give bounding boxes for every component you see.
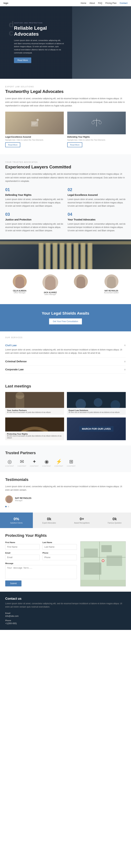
pillar-3 xyxy=(53,243,58,269)
dot-0[interactable] xyxy=(5,506,7,507)
contact-title: Contact us xyxy=(5,597,126,600)
nav-home[interactable]: Home xyxy=(81,2,86,4)
hero-cta-button[interactable]: Read More xyxy=(14,58,31,63)
service-criminal-defense-header[interactable]: Criminal Defense ∨ xyxy=(5,360,126,363)
avatar-2 xyxy=(74,274,88,288)
stat-num-1: 0k xyxy=(35,517,64,521)
phone-label: Phone xyxy=(42,552,77,554)
service-corporate-law-header[interactable]: Corporate Law ∨ xyxy=(5,368,126,371)
hero-content: JUSTICE AND PROTECTION dc Reliable Legal… xyxy=(7,17,71,68)
service-corporate-law-name: Corporate Law xyxy=(5,368,24,371)
testimonials-title: Testimonials xyxy=(5,477,126,482)
phone-input[interactable] xyxy=(42,555,77,560)
trust-card-1-sample: Sample text. Click to select the Text El… xyxy=(5,139,64,141)
form-group-email: Email xyxy=(5,552,40,560)
svg-rect-22 xyxy=(84,562,101,575)
svg-point-6 xyxy=(92,121,95,124)
pillar-7 xyxy=(80,243,86,269)
svg-rect-20 xyxy=(101,545,112,552)
map-svg xyxy=(80,541,126,580)
meeting-card-1-desc: At vero eos et accusam et justo dolores … xyxy=(69,411,124,413)
nav-logo: logo xyxy=(3,2,8,4)
meeting-card-3-title-overlay: MARCH FOR OUR LIVES xyxy=(79,426,113,432)
partners-title: Trusted Partners xyxy=(5,451,126,455)
hero-title: Reliable Legal Advocates xyxy=(14,25,64,37)
nav-contact[interactable]: Contact xyxy=(120,2,128,4)
contact-email-val: info@site.com xyxy=(5,615,126,617)
trust-card-img-1 xyxy=(5,112,64,134)
lawyer-desc-0: Lorem ipsum dolor sit amet, consectetur … xyxy=(5,198,63,208)
partners-section: Trusted Partners ◎ CONTENT ✉ CONTENT ✦ C… xyxy=(0,445,131,472)
meeting-overlay-2: Protecting Your Rights At vero eos et ac… xyxy=(5,431,64,440)
criminal-defense-chevron-icon: ∨ xyxy=(124,360,126,363)
service-civil-law-desc: Lorem ipsum dolor sit amet, consectetur … xyxy=(5,348,126,355)
form-content: First Name Last Name Email Phone xyxy=(5,541,126,586)
trust-card-2-cta[interactable]: Read More xyxy=(67,143,82,147)
shield-cta-button[interactable]: Get Your Free Consultation xyxy=(49,318,82,324)
lastname-input[interactable] xyxy=(42,544,77,550)
trustworthy-label: EXPERT LAW SOLUTIONS xyxy=(5,86,126,88)
trust-card-2-label: Defending Your Rights xyxy=(67,136,126,138)
dot-1[interactable] xyxy=(8,506,9,507)
trust-card-1: Legal Excellence Assured Sample text. Cl… xyxy=(5,112,64,147)
service-civil-law: Civil Law ∧ Lorem ipsum dolor sit amet, … xyxy=(5,341,126,358)
stat-label-3: Famous Question xyxy=(100,522,129,524)
lawyer-title-3: Your Trusted Advocates xyxy=(68,218,126,221)
trust-card-img-2 xyxy=(67,112,126,134)
avatar-0 xyxy=(13,274,27,288)
trust-card-1-label: Legal Excellence Assured xyxy=(5,136,64,138)
svg-rect-0 xyxy=(31,121,38,126)
partner-label-4: CONTENT xyxy=(55,465,63,467)
firstname-label: First Name xyxy=(5,541,40,544)
lawyer-title-1: Legal Excellence Assured xyxy=(68,193,126,196)
trust-card-1-cta[interactable]: Read More xyxy=(5,143,20,147)
nav-about[interactable]: About xyxy=(90,2,95,4)
hero-section: JUSTICE AND PROTECTION dc Reliable Legal… xyxy=(0,6,131,79)
civil-law-chevron-icon: ∧ xyxy=(124,344,126,347)
stat-3: 0k Famous Question xyxy=(98,513,131,528)
shield-title: Your Legal Shields Awaits xyxy=(5,311,126,316)
team-member-0-role: Office Manager xyxy=(6,292,33,293)
experienced-desc: Lorem ipsum dolor sit amet, consectetur … xyxy=(5,172,126,183)
team-grid: CELIA ALMEIDA Office Manager JACK ALVARE… xyxy=(5,273,126,297)
message-textarea[interactable] xyxy=(5,565,77,579)
contact-phone-label: Phone xyxy=(5,619,126,622)
partner-label-5: CONTENT xyxy=(67,465,76,467)
lawyer-title-2: Justice and Protection xyxy=(5,218,63,221)
form-row-contact: Email Phone xyxy=(5,552,77,560)
submit-button[interactable]: Submit xyxy=(5,581,22,586)
experienced-label: YOUR TRUSTED ADVOCATES xyxy=(5,161,126,163)
form-fields: First Name Last Name Email Phone xyxy=(5,541,77,586)
pillar-2 xyxy=(45,243,51,269)
trust-card-2: Defending Your Rights Sample text. Click… xyxy=(67,112,126,147)
team-member-2 xyxy=(66,273,95,297)
service-criminal-defense: Criminal Defense ∨ xyxy=(5,358,126,366)
firstname-input[interactable] xyxy=(5,544,40,550)
lawyer-item-0: 01 Defending Your Rights Lorem ipsum dol… xyxy=(5,187,63,208)
email-input[interactable] xyxy=(5,555,40,560)
contact-email-label: Email xyxy=(5,612,126,614)
form-title: Protecting Your Rights xyxy=(5,533,126,538)
map-placeholder xyxy=(80,541,126,586)
lawyer-item-3: 04 Your Trusted Advocates Lorem ipsum do… xyxy=(68,212,126,232)
partners-logos: ◎ CONTENT ✉ CONTENT ✦ CONTENT ◉ CONTENT … xyxy=(5,459,126,467)
stats-section: 0% Satisfied Clients 0k Expert Advocates… xyxy=(0,513,131,528)
team-member-1-role: Sales Manager xyxy=(37,293,64,296)
partner-logo-3: ◉ CONTENT xyxy=(42,459,51,467)
testimonial-avatar xyxy=(5,495,13,503)
message-label: Message xyxy=(5,562,77,564)
meeting-card-1: Expert Law Solutions At vero eos et accu… xyxy=(67,392,126,415)
partner-logo-0: ◎ CONTENT xyxy=(5,459,14,467)
meeting-card-2-desc: At vero eos et accusam et justo duo dolo… xyxy=(7,435,62,439)
form-group-lastname: Last Name xyxy=(42,541,77,550)
service-civil-law-header[interactable]: Civil Law ∧ xyxy=(5,344,126,347)
meeting-card-2: Protecting Your Rights At vero eos et ac… xyxy=(5,417,64,440)
meeting-card-3: MARCH FOR OUR LIVES xyxy=(67,417,126,440)
team-member-0: CELIA ALMEIDA Office Manager xyxy=(5,273,34,297)
meetings-title: Last meetings xyxy=(5,384,126,389)
lawyer-num-0: 01 xyxy=(5,187,63,192)
nav-pricing[interactable]: Pricing Plan xyxy=(105,2,117,4)
nav-faq[interactable]: FAQ xyxy=(98,2,102,4)
team-member-3-name: NAT REYNOLDS xyxy=(98,290,125,292)
testimonials-section: Testimonials Lorem ipsum dolor sit amet,… xyxy=(0,472,131,513)
